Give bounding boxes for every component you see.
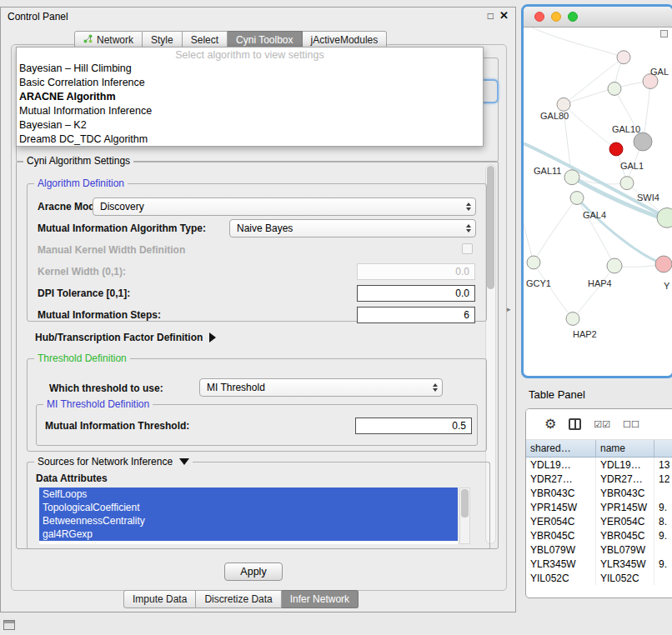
network-edge[interactable]: [573, 266, 614, 319]
kernel-width-input[interactable]: 0.0: [357, 263, 475, 280]
table-cell: 12: [654, 472, 672, 486]
sources-section-toggle[interactable]: Sources for Network Inference: [34, 456, 193, 468]
network-edge[interactable]: [564, 58, 624, 105]
restore-panel-icon[interactable]: [3, 620, 15, 630]
table-row[interactable]: YER054CYER054C8.: [526, 514, 672, 528]
table-row[interactable]: YPR145WYPR145W9.: [526, 500, 672, 514]
gear-icon[interactable]: ⚙: [544, 418, 556, 431]
tab-label: Infer Network: [290, 593, 349, 605]
threshold-definition-group: Threshold Definition Which threshold to …: [27, 358, 487, 452]
collapse-down-icon: [179, 458, 189, 465]
tab-label: Cyni Toolbox: [236, 34, 293, 46]
algorithm-option[interactable]: ARACNE Algorithm: [17, 90, 483, 104]
network-node[interactable]: [566, 312, 579, 326]
column-header[interactable]: shared…: [526, 440, 596, 457]
network-node[interactable]: [634, 132, 652, 151]
network-canvas[interactable]: GAL80GAL10GAL11GAL1SWI4GAL4GCY1HAP4HAP2G…: [524, 28, 672, 375]
table-row[interactable]: YIL052CYIL052C: [526, 571, 672, 585]
mi-threshold-input[interactable]: 0.5: [355, 418, 472, 434]
table-row[interactable]: YDR27…YDR27…12: [526, 472, 672, 486]
dpi-tolerance-input[interactable]: 0.0: [357, 285, 475, 302]
network-node[interactable]: [570, 192, 584, 205]
tab-label: Impute Data: [133, 593, 187, 605]
data-attributes-list[interactable]: SelfLoopsTopologicalCoefficientBetweenne…: [39, 488, 458, 544]
float-window-icon[interactable]: □: [488, 10, 494, 22]
apply-button[interactable]: Apply: [224, 562, 283, 581]
table-cell: YPR145W: [526, 500, 596, 514]
table-cell: 9.: [654, 557, 672, 571]
network-graph[interactable]: GAL80GAL10GAL11GAL1SWI4GAL4GCY1HAP4HAP2G…: [524, 28, 672, 375]
bottom-tab-bar: Impute DataDiscretize DataInfer Network: [123, 590, 359, 608]
which-threshold-select[interactable]: MI Threshold: [199, 378, 443, 397]
scrollbar-thumb[interactable]: [461, 489, 469, 518]
attribute-list-item[interactable]: gal4RGexp: [39, 528, 458, 541]
sources-group: Sources for Network Inference Data Attri…: [27, 462, 490, 548]
mi-steps-input[interactable]: 6: [357, 307, 475, 323]
table-cell: YLR345W: [526, 557, 596, 571]
attribute-list-item[interactable]: BetweennessCentrality: [39, 514, 458, 528]
expand-right-icon: [209, 332, 216, 342]
scrollbar-thumb[interactable]: [487, 166, 494, 289]
attribute-list-item[interactable]: TopologicalCoefficient: [39, 501, 458, 514]
network-edge[interactable]: [532, 28, 624, 58]
network-node[interactable]: [620, 177, 634, 190]
algorithm-option[interactable]: Bayesian – Hill Climbing: [17, 62, 483, 76]
table-cell: [654, 542, 672, 557]
network-node[interactable]: [564, 170, 579, 185]
attribute-list-item[interactable]: SelfLoops: [39, 488, 458, 501]
splitter-collapse-icon[interactable]: ▸: [507, 305, 511, 313]
bottom-tab-infer-network[interactable]: Infer Network: [282, 590, 359, 608]
network-node[interactable]: [609, 142, 623, 156]
bottom-tab-impute-data[interactable]: Impute Data: [123, 590, 196, 608]
network-edge[interactable]: [534, 198, 577, 262]
overview-box-icon[interactable]: [660, 30, 668, 38]
network-edge[interactable]: [564, 82, 650, 105]
algorithm-definition-title: Algorithm Definition: [34, 178, 128, 189]
mi-algorithm-type-select[interactable]: Naive Bayes: [229, 219, 476, 238]
table-cell: 9.: [654, 528, 672, 542]
table-cell: YPR145W: [596, 500, 654, 514]
mi-steps-label: Mutual Information Steps:: [38, 309, 161, 321]
network-node[interactable]: [608, 82, 621, 96]
checked-boxes-icon[interactable]: ☑☑: [594, 420, 610, 429]
attributes-scrollbar[interactable]: [459, 488, 470, 544]
manual-kernel-checkbox[interactable]: [462, 243, 473, 254]
tab-label: Select: [191, 34, 218, 46]
table-row[interactable]: YDL19…YDL19…13: [526, 458, 672, 472]
network-edge[interactable]: [524, 143, 667, 218]
algorithm-placeholder: Select algorithm to view settings: [17, 48, 483, 62]
columns-icon[interactable]: [569, 418, 581, 430]
node-label: GAL11: [534, 166, 561, 176]
settings-group-title: Cyni Algorithm Settings: [23, 155, 133, 167]
column-header[interactable]: [654, 440, 672, 457]
zoom-traffic-light[interactable]: [568, 12, 578, 22]
table-row[interactable]: YBR043CYBR043C: [526, 486, 672, 500]
table-row[interactable]: YBR045CYBR045C9.: [526, 528, 672, 542]
hub-section-toggle[interactable]: Hub/Transcription Factor Definition: [35, 332, 216, 343]
algorithm-option[interactable]: Dream8 DC_TDC Algorithm: [17, 132, 483, 147]
network-edge[interactable]: [577, 198, 614, 266]
network-node[interactable]: [557, 98, 570, 111]
network-node[interactable]: [617, 51, 630, 64]
minimize-traffic-light[interactable]: [551, 12, 561, 22]
network-node[interactable]: [527, 256, 540, 269]
aracne-mode-select[interactable]: Discovery: [93, 198, 476, 216]
node-label: Y: [664, 281, 670, 291]
bottom-tab-discretize-data[interactable]: Discretize Data: [196, 590, 281, 608]
algorithm-option[interactable]: Basic Correlation Inference: [17, 76, 483, 90]
table-cell: YBR045C: [526, 528, 596, 542]
network-node[interactable]: [607, 258, 622, 273]
table-row[interactable]: YLR345WYLR345W9.: [526, 557, 672, 571]
network-edge[interactable]: [534, 262, 573, 319]
close-window-icon[interactable]: ✕: [499, 9, 509, 22]
table-row[interactable]: YBL079WYBL079W: [526, 542, 672, 557]
node-label: HAP4: [588, 278, 612, 288]
algorithm-option[interactable]: Mutual Information Inference: [17, 104, 483, 118]
column-header[interactable]: name: [596, 440, 654, 457]
unchecked-boxes-icon[interactable]: ☐☐: [623, 420, 639, 429]
algorithm-option[interactable]: Bayesian – K2: [17, 118, 483, 132]
close-traffic-light[interactable]: [534, 12, 544, 22]
network-edge[interactable]: [564, 104, 616, 149]
table-cell: YIL052C: [526, 571, 596, 585]
network-node[interactable]: [655, 256, 672, 272]
